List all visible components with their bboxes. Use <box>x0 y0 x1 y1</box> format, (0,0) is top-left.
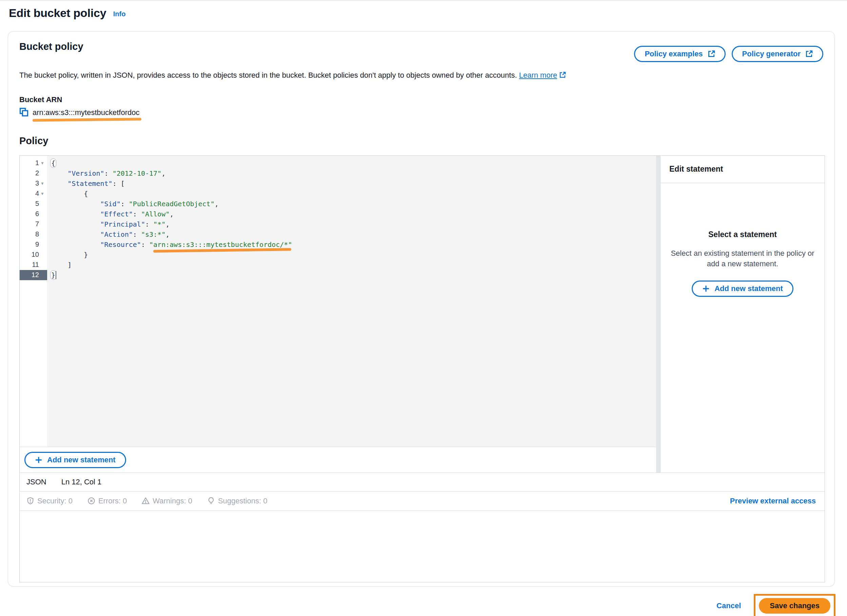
external-link-icon <box>805 50 813 58</box>
editor-status-bar: JSON Ln 12, Col 1 <box>20 473 825 491</box>
code-line-9[interactable]: "Resource": "arn:aws:s3:::mytestbucketfo… <box>51 239 656 250</box>
code-token: : <box>121 200 129 208</box>
code-token: } <box>51 251 88 259</box>
select-statement-title: Select a statement <box>708 230 777 239</box>
plus-icon <box>702 285 710 292</box>
code-token: "Resource" <box>100 241 141 249</box>
lightbulb-icon <box>207 497 215 505</box>
security-count: Security: 0 <box>37 496 72 505</box>
line-number: 8 <box>35 230 39 238</box>
code-line-5[interactable]: "Sid": "PublicReadGetObject", <box>51 199 656 209</box>
code-line-8[interactable]: "Action": "s3:*", <box>51 229 656 239</box>
code-token: : <box>105 169 112 177</box>
external-link-icon <box>708 50 715 58</box>
code-line-2[interactable]: "Version": "2012-10-17", <box>51 168 656 179</box>
add-statement-row: Add new statement <box>20 448 656 473</box>
add-new-statement-button[interactable]: Add new statement <box>24 452 126 468</box>
line-number: 1 <box>35 159 39 167</box>
fold-toggle-icon[interactable]: ▼ <box>39 158 46 168</box>
card-description: The bucket policy, written in JSON, prov… <box>19 70 823 81</box>
code-line-11[interactable]: ] <box>51 260 656 270</box>
line-number: 6 <box>35 210 39 218</box>
code-token <box>51 241 100 249</box>
code-token: , <box>215 200 219 208</box>
code-token: : <box>133 210 141 218</box>
code-line-12[interactable]: } <box>51 270 656 280</box>
code-token <box>51 210 100 218</box>
code-token: : <box>145 220 153 228</box>
code-token: { <box>51 190 88 198</box>
code-token: : <box>141 241 149 249</box>
save-changes-button[interactable]: Save changes <box>759 598 831 614</box>
line-number: 12 <box>31 271 39 279</box>
info-link[interactable]: Info <box>113 10 126 18</box>
validation-messages-area <box>20 511 825 582</box>
code-line-6[interactable]: "Effect": "Allow", <box>51 209 656 219</box>
copy-icon <box>19 108 28 118</box>
code-line-3[interactable]: "Statement": [ <box>51 179 656 189</box>
editor-gutter: 1▼23▼4▼56789101112 <box>20 156 47 447</box>
shield-icon <box>27 497 34 505</box>
line-number: 4 <box>35 190 39 197</box>
code-line-7[interactable]: "Principal": "*", <box>51 219 656 229</box>
code-editor: 1▼23▼4▼56789101112 { "Version": "2012-10… <box>20 156 656 447</box>
edit-statement-panel: Edit statement Select a statement Select… <box>660 156 825 473</box>
gutter-line-12: 12 <box>20 270 47 280</box>
resource-value-annotated: "arn:aws:s3:::mytestbucketfordoc/*" <box>149 241 292 249</box>
code-token: "Principal" <box>100 220 145 228</box>
warnings-status: Warnings: 0 <box>142 496 192 505</box>
code-token: "*" <box>153 220 165 228</box>
editor-checks-bar: Security: 0 Errors: 0 Warnings: 0 Sugges… <box>20 491 825 511</box>
code-token: "Action" <box>100 230 133 238</box>
code-token: "Version" <box>68 169 104 177</box>
gutter-line-2: 2 <box>20 168 47 179</box>
plus-icon <box>35 456 42 464</box>
policy-examples-label: Policy examples <box>645 50 702 58</box>
code-token: , <box>161 169 165 177</box>
card-header-row: Bucket policy Policy examples Policy gen… <box>19 31 823 62</box>
description-text: The bucket policy, written in JSON, prov… <box>19 71 517 79</box>
bucket-arn-value: arn:aws:s3:::mytestbucketfordoc <box>32 108 139 117</box>
policy-generator-button[interactable]: Policy generator <box>732 46 823 62</box>
gutter-line-7: 7 <box>20 219 47 229</box>
suggestions-count: Suggestions: 0 <box>218 496 267 505</box>
add-new-statement-button-panel[interactable]: Add new statement <box>692 281 794 297</box>
gutter-line-9: 9 <box>20 239 47 250</box>
code-token <box>51 179 68 188</box>
policy-examples-button[interactable]: Policy examples <box>634 46 725 62</box>
policy-section-label: Policy <box>19 135 823 146</box>
code-line-4[interactable]: { <box>51 189 656 199</box>
errors-status: Errors: 0 <box>87 496 127 505</box>
cancel-button[interactable]: Cancel <box>716 601 741 610</box>
learn-more-label: Learn more <box>519 71 558 79</box>
code-token: "Effect" <box>100 210 133 218</box>
copy-arn-button[interactable] <box>19 108 28 118</box>
bucket-policy-card: Bucket policy Policy examples Policy gen… <box>8 31 835 586</box>
editor-scrollbar[interactable] <box>656 156 660 473</box>
bucket-arn-row: arn:aws:s3:::mytestbucketfordoc <box>19 108 823 118</box>
code-token: , <box>170 210 174 218</box>
gutter-line-3: 3▼ <box>20 179 47 189</box>
cursor-position: Ln 12, Col 1 <box>61 478 102 486</box>
bucket-arn-label: Bucket ARN <box>19 95 823 104</box>
warnings-count: Warnings: 0 <box>153 496 192 505</box>
code-lines[interactable]: { "Version": "2012-10-17", "Statement": … <box>47 156 656 447</box>
policy-editor-container: 1▼23▼4▼56789101112 { "Version": "2012-10… <box>19 155 825 582</box>
gutter-line-4: 4▼ <box>20 189 47 199</box>
footer-actions: Cancel Save changes <box>716 594 835 616</box>
edit-statement-title: Edit statement <box>661 156 825 183</box>
code-token: : <box>133 230 141 238</box>
code-line-10[interactable]: } <box>51 250 656 260</box>
fold-toggle-icon[interactable]: ▼ <box>39 179 46 189</box>
line-number: 7 <box>35 220 39 228</box>
code-token: , <box>165 230 170 238</box>
learn-more-link[interactable]: Learn more <box>519 71 566 79</box>
code-token <box>51 169 68 177</box>
code-line-1[interactable]: { <box>51 158 656 168</box>
fold-toggle-icon[interactable]: ▼ <box>39 189 46 199</box>
header-buttons: Policy examples Policy generator <box>634 46 823 62</box>
preview-external-access-link[interactable]: Preview external access <box>730 496 816 505</box>
edit-statement-body: Select a statement Select an existing st… <box>661 183 825 297</box>
code-token <box>51 200 100 208</box>
gutter-line-10: 10 <box>20 250 47 260</box>
